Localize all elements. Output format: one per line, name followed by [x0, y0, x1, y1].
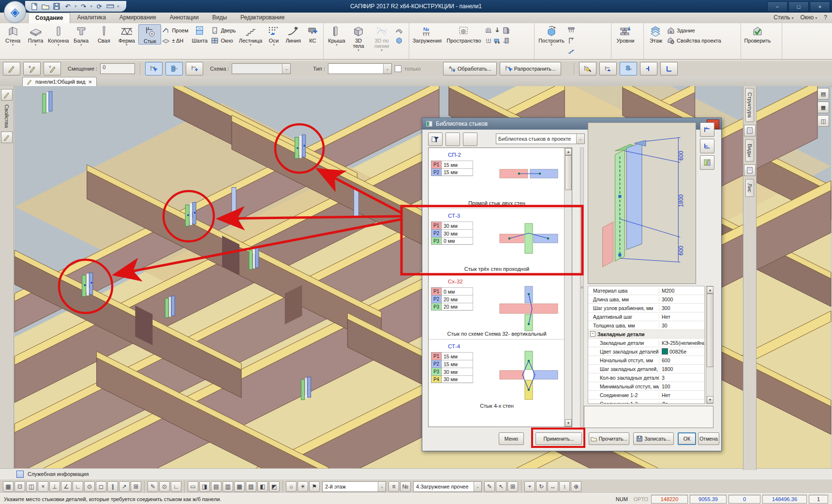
right-tab-views[interactable]: Виды [745, 139, 754, 162]
levels-button[interactable]: Уровни [613, 24, 638, 44]
properties-scrollbar[interactable]: ▲ ▼ [706, 286, 713, 404]
joint-description-box[interactable] [584, 406, 713, 428]
roof-button[interactable]: Крыша▾ [326, 24, 348, 46]
window-menu[interactable]: Окно▾ [800, 14, 817, 21]
dynamic-load-icon[interactable] [502, 36, 510, 45]
panel-grid-icon[interactable]: ▦ [817, 102, 829, 113]
pan-vertical-icon[interactable]: ↕ [559, 481, 570, 492]
light-sun-icon[interactable]: ☀ [297, 481, 308, 492]
right-tab-sheet[interactable]: Лис [745, 179, 754, 197]
rotate-icon[interactable]: ↻ [536, 481, 547, 492]
maximize-button[interactable]: □ [788, 1, 809, 12]
panel-split-icon[interactable]: ◫ [817, 115, 829, 127]
check-button[interactable]: Проверить [743, 24, 772, 44]
preview-view2-button[interactable] [700, 139, 714, 153]
pencil-y-tool-icon[interactable]: Y [44, 62, 61, 75]
filter-button[interactable] [428, 133, 443, 146]
force-arrow-icon[interactable] [493, 26, 501, 35]
solid-3d-button[interactable]: 3D тела▾ [349, 24, 368, 52]
snap-parallel-icon[interactable]: ∥ [107, 481, 118, 492]
tab-armirovanie[interactable]: Армирование [113, 13, 163, 23]
spread-button[interactable]: Рапространить... [500, 62, 561, 75]
crane-icon[interactable] [567, 36, 575, 45]
facade-load-icon[interactable] [502, 26, 510, 35]
new-file-icon[interactable] [30, 2, 39, 11]
ks-button[interactable]: КС [304, 24, 321, 44]
light-day-icon[interactable]: ☼ [286, 481, 297, 492]
tab-redaktirovanie[interactable]: Редактирование [234, 13, 291, 23]
tab-annotacii[interactable]: Аннотации [163, 13, 206, 23]
snap-angle-icon[interactable]: ∠ [61, 481, 72, 492]
floor-combo[interactable]: 2-й этаж⌄ [322, 481, 386, 492]
vertical-joints-button[interactable] [446, 133, 460, 146]
snap-grid-icon[interactable]: ▦ [3, 481, 14, 492]
joint-properties-table[interactable]: Материал шваМ200 Длина шва, мм3000 Шаг у… [588, 286, 705, 404]
pencil-tool-icon[interactable] [3, 62, 20, 75]
beam-button[interactable]: Балка▾ [70, 24, 92, 46]
snap-midpoint-icon[interactable]: ◫ [26, 481, 37, 492]
grid-plus-icon[interactable]: ⊞ [507, 481, 518, 492]
structure-doc-icon[interactable] [744, 125, 756, 136]
draw-circle-icon[interactable]: ⊙ [159, 481, 170, 492]
document-tab[interactable]: панели1:Общий вид ✕ [22, 77, 97, 86]
properties-pencil-icon[interactable] [1, 89, 13, 101]
project-properties-button[interactable]: Свойства проекта [667, 36, 721, 45]
views-doc-icon[interactable] [744, 164, 756, 176]
left-tab-properties[interactable]: Свойства [4, 104, 10, 128]
storey-button[interactable]: Этаж [646, 24, 666, 44]
t-joint-icon[interactable] [640, 62, 657, 75]
axes-button[interactable]: Оси▾ [265, 24, 282, 46]
loadcases-button[interactable]: №Загружения [411, 24, 443, 44]
close-button[interactable]: × [810, 1, 830, 12]
redo-icon[interactable]: ↷ [79, 2, 88, 11]
dialog-splitter[interactable]: ≡ [580, 148, 584, 427]
layers-icon[interactable]: ≡ [388, 481, 399, 492]
stairs-button[interactable]: Лестница▾ [237, 24, 265, 46]
slab-button[interactable]: Плита▾ [25, 24, 46, 46]
write-button[interactable]: Записать... [633, 432, 674, 445]
save-icon[interactable] [52, 2, 61, 11]
snap-extension-icon[interactable]: ↗ [119, 481, 130, 492]
piles-auto-icon[interactable] [567, 26, 575, 35]
properties-group-row[interactable]: −Закладные детали [588, 330, 704, 339]
read-button[interactable]: Прочитать... [589, 432, 629, 445]
blue-solid-icon[interactable] [395, 36, 403, 45]
joint-button[interactable]: Стык [138, 24, 161, 44]
select-cursor-icon[interactable]: ↖ [496, 481, 506, 492]
joint-item-sp2[interactable]: СП-2 P115 мм P215 мм Прямой стык двух ст… [429, 148, 572, 209]
minimize-button[interactable]: − [767, 1, 787, 12]
corner-joint-icon[interactable] [599, 62, 617, 75]
ok-button[interactable]: ОК [678, 432, 696, 445]
line-load-icon[interactable] [485, 36, 492, 45]
shaft-button[interactable]: Шахта [189, 24, 210, 44]
snap-ortho-icon[interactable]: ∟ [73, 481, 83, 492]
snap-intersection-icon[interactable]: × [38, 481, 48, 492]
group-load-icon[interactable] [485, 26, 492, 35]
target-icon[interactable]: ⊕ [571, 481, 581, 492]
draw-pencil-icon[interactable]: ✎ [148, 481, 158, 492]
only-checkbox[interactable] [395, 65, 401, 72]
offset-input[interactable]: 0 [100, 63, 135, 74]
view-columns-icon[interactable]: ▥ [223, 481, 233, 492]
view-lines-icon[interactable]: ▤ [211, 481, 222, 492]
horizontal-joints-button[interactable] [463, 133, 477, 146]
undo-icon[interactable]: ↶ [63, 2, 72, 11]
view-halfshade-icon[interactable]: ◨ [199, 481, 210, 492]
library-combo[interactable]: Библиотека стыков в проекте⌄ [496, 133, 585, 144]
cancel-button[interactable]: Отмена [698, 432, 719, 445]
type-combo[interactable]: ⌄ [328, 63, 392, 74]
num-indicator[interactable]: NUM [616, 496, 628, 502]
preview-view1-button[interactable] [700, 122, 714, 137]
line-button[interactable]: Линия [283, 24, 303, 44]
view-hatch-icon[interactable]: ▧ [246, 481, 256, 492]
edit-mode-icon[interactable]: ✎ [484, 481, 495, 492]
snap-settings-icon[interactable]: ⊞ [131, 481, 141, 492]
joint-add-icon[interactable] [186, 62, 203, 75]
undo-dropdown-icon[interactable]: ▾ [74, 4, 77, 9]
panel-layout-icon[interactable]: ▤ [817, 88, 829, 100]
scheme-combo[interactable]: ⌄ [232, 63, 291, 74]
numbering-icon[interactable]: № [400, 481, 411, 492]
space-button[interactable]: Пространство [444, 24, 484, 44]
snap-center-icon[interactable]: ⊙ [84, 481, 95, 492]
joint-item-st3[interactable]: СТ-3 P130 мм P230 мм P30 мм Стык трёх ст… [429, 209, 572, 275]
